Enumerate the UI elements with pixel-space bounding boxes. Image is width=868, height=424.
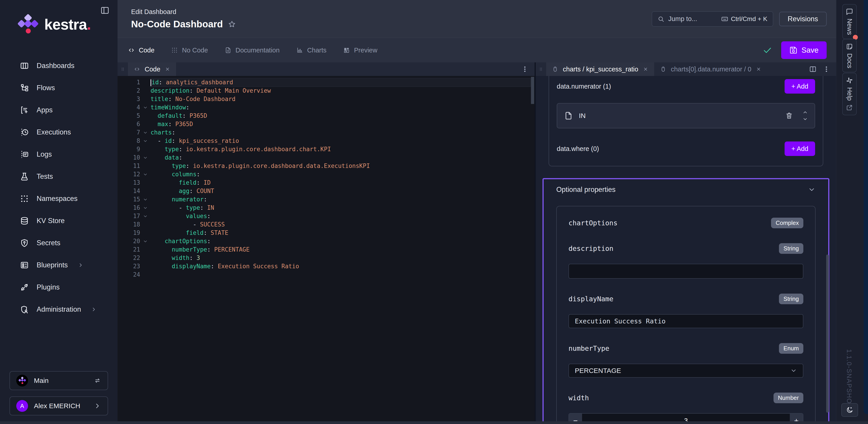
nocode-icon	[171, 47, 178, 54]
trash-icon[interactable]	[785, 112, 793, 120]
slack-icon	[846, 77, 853, 84]
sidebar-item-administration[interactable]: Administration	[0, 298, 118, 321]
save-button[interactable]: Save	[781, 41, 827, 59]
sidebar-item-secrets[interactable]: Secrets	[0, 232, 118, 254]
search-shortcut: Ctrl/Cmd + K	[721, 16, 767, 23]
chevron-down-icon[interactable]	[802, 116, 808, 122]
fold-chevron-icon[interactable]	[140, 237, 151, 245]
props-tab-charts-kpi-success-ratio[interactable]: charts / kpi_success_ratio	[546, 62, 654, 76]
tab-code[interactable]: Code	[128, 47, 154, 54]
yaml-editor[interactable]: 1id: analytics_dashboard2description: De…	[118, 76, 535, 424]
field-name: displayName	[568, 295, 614, 303]
namespaces-icon	[20, 194, 29, 203]
drag-handle-icon[interactable]	[536, 62, 546, 76]
tab-label: Charts	[307, 47, 327, 54]
displayname-input[interactable]	[568, 314, 803, 328]
code-text: description: Default Main Overview	[151, 87, 535, 95]
fold-gutter	[140, 187, 151, 195]
star-favorite-icon[interactable]	[228, 20, 236, 28]
field-row-chartoptions: chartOptionsComplex	[568, 218, 803, 228]
bottom-edge	[0, 421, 868, 424]
rail-button-docs[interactable]: Docs	[842, 39, 857, 72]
numerator-add-button[interactable]: + Add	[784, 79, 815, 94]
revisions-button[interactable]: Revisions	[779, 12, 827, 26]
rail-button-help[interactable]: Help	[842, 73, 857, 115]
line-number: 11	[118, 162, 140, 170]
code-text: values:	[151, 212, 535, 220]
code-line: 16- type: IN	[118, 204, 535, 212]
sidebar-item-flows[interactable]: Flows	[0, 77, 118, 99]
tenant-switcher[interactable]: Main	[9, 371, 108, 390]
where-add-button[interactable]: + Add	[784, 142, 815, 156]
code-text: type: io.kestra.plugin.core.dashboard.da…	[151, 162, 535, 170]
editor-tab-code[interactable]: Code	[128, 62, 176, 76]
code-text: type: io.kestra.plugin.core.dashboard.ch…	[151, 145, 535, 153]
fold-chevron-icon[interactable]	[140, 103, 151, 112]
user-menu[interactable]: A Alex EMERICH	[9, 396, 108, 416]
sidebar-item-dashboards[interactable]: Dashboards	[0, 55, 118, 77]
editor-scrollbar[interactable]	[531, 77, 534, 104]
kebab-menu-icon[interactable]	[823, 65, 830, 73]
code-line: 10data:	[118, 153, 535, 162]
sidebar-collapse-icon[interactable]	[100, 6, 110, 15]
page-title: No-Code Dashboard	[131, 19, 223, 30]
chevron-up-icon[interactable]	[802, 110, 808, 115]
code-text: title: No-Code Dashboard	[151, 95, 535, 103]
split-panel-icon[interactable]	[809, 65, 817, 73]
sidebar-item-plugins[interactable]: Plugins	[0, 276, 118, 298]
fold-chevron-icon[interactable]	[140, 128, 151, 137]
drag-handle-icon[interactable]	[118, 62, 128, 76]
description-textarea[interactable]	[568, 264, 803, 279]
sidebar-item-executions[interactable]: Executions	[0, 121, 118, 143]
fold-gutter	[140, 229, 151, 237]
logs-icon	[20, 150, 29, 159]
code-editor-pane: Code 1id: analytics_dashboard2descriptio…	[118, 62, 535, 424]
tab-documentation[interactable]: Documentation	[225, 47, 280, 54]
chevron-right-icon	[78, 262, 84, 268]
sidebar-item-logs[interactable]: Logs	[0, 143, 118, 165]
sidebar-item-apps[interactable]: Apps	[0, 99, 118, 121]
save-floppy-icon	[789, 46, 798, 54]
sidebar-item-blueprints[interactable]: Blueprints	[0, 254, 118, 276]
numerator-item-in[interactable]: IN	[557, 103, 815, 128]
fold-chevron-icon[interactable]	[140, 195, 151, 204]
tenant-label: Main	[34, 377, 88, 385]
docfile-icon	[225, 47, 231, 54]
close-icon[interactable]	[643, 66, 648, 72]
tests-icon	[20, 172, 29, 181]
tab-preview[interactable]: Preview	[343, 47, 377, 54]
props-tab-charts-0-data-numerator-0[interactable]: charts[0].data.numerator / 0	[654, 62, 767, 76]
tab-no-code[interactable]: No Code	[171, 47, 208, 54]
sidebar-item-tests[interactable]: Tests	[0, 165, 118, 188]
fold-chevron-icon[interactable]	[140, 170, 151, 179]
code-line: 1id: analytics_dashboard	[118, 78, 535, 87]
sidebar-item-namespaces[interactable]: Namespaces	[0, 188, 118, 210]
close-icon[interactable]	[756, 66, 761, 72]
sidebar-item-kv-store[interactable]: KV Store	[0, 210, 118, 232]
close-icon[interactable]	[165, 66, 170, 72]
line-number: 17	[118, 212, 140, 220]
jump-to-search[interactable]: Jump to... Ctrl/Cmd + K	[652, 11, 773, 27]
line-number: 19	[118, 229, 140, 237]
swap-icon[interactable]	[94, 377, 101, 385]
numbertype-select[interactable]: PERCENTAGE	[568, 364, 803, 378]
where-count-label: data.where (0)	[557, 145, 599, 153]
fold-gutter	[140, 162, 151, 170]
fold-chevron-icon[interactable]	[140, 153, 151, 162]
optional-properties-header[interactable]: Optional properties	[556, 186, 815, 194]
user-name: Alex EMERICH	[34, 402, 88, 410]
tab-charts[interactable]: Charts	[296, 47, 327, 54]
fold-chevron-icon[interactable]	[140, 212, 151, 220]
code-text: - SUCCESS	[151, 220, 535, 229]
code-line: 11type: io.kestra.plugin.core.dashboard.…	[118, 162, 535, 170]
fold-chevron-icon[interactable]	[140, 137, 151, 145]
editor-tabbar: Code	[118, 62, 535, 76]
rail-button-news[interactable]: News	[842, 4, 857, 39]
kebab-menu-icon[interactable]	[521, 65, 529, 73]
theme-toggle-button[interactable]	[841, 403, 858, 417]
line-number: 13	[118, 179, 140, 187]
fold-chevron-icon[interactable]	[140, 204, 151, 212]
field-name: width	[568, 394, 589, 402]
panel-scrollbar[interactable]	[826, 254, 829, 413]
code-line: 14agg: COUNT	[118, 187, 535, 195]
